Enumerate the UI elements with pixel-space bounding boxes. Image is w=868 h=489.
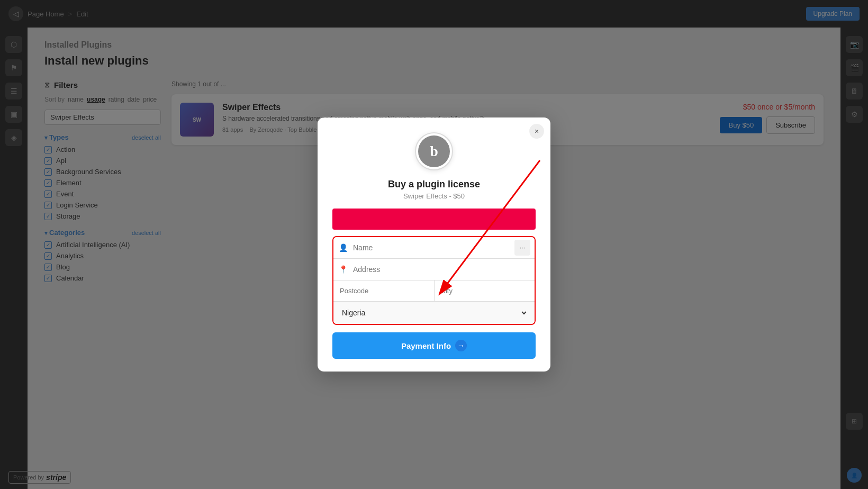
- modal-logo: b: [415, 132, 453, 170]
- address-row: 📍: [333, 259, 535, 280]
- payment-button-label: Payment Info: [401, 341, 451, 350]
- country-row: Nigeria United States United Kingdom Gha…: [333, 302, 535, 324]
- postcode-input[interactable]: [340, 287, 428, 295]
- address-input[interactable]: [353, 259, 535, 280]
- name-extra-button[interactable]: ···: [514, 240, 530, 256]
- location-icon: 📍: [333, 259, 353, 280]
- modal-title: Buy a plugin license: [332, 179, 536, 190]
- red-bar-button[interactable]: [332, 209, 536, 230]
- payment-arrow-icon: →: [455, 340, 467, 351]
- postcode-field[interactable]: [333, 280, 435, 301]
- name-input[interactable]: [353, 237, 514, 258]
- modal-logo-inner: b: [418, 135, 450, 167]
- modal-subtitle: Swiper Effects - $50: [332, 192, 536, 200]
- person-icon: 👤: [333, 237, 353, 258]
- name-row: 👤 ···: [333, 237, 535, 259]
- postcode-city-row: [333, 280, 535, 302]
- modal-close-button[interactable]: ×: [529, 124, 544, 139]
- modal-overlay[interactable]: × b Buy a plugin license Swiper Effects …: [0, 0, 868, 489]
- city-input[interactable]: [441, 287, 529, 295]
- city-field[interactable]: [435, 280, 535, 301]
- country-select[interactable]: Nigeria United States United Kingdom Gha…: [340, 308, 528, 318]
- billing-form: 👤 ··· 📍 Nigeria United States: [332, 236, 536, 325]
- modal-dialog: × b Buy a plugin license Swiper Effects …: [318, 117, 550, 372]
- payment-info-button[interactable]: Payment Info →: [332, 332, 536, 359]
- logo-letter: b: [430, 143, 438, 160]
